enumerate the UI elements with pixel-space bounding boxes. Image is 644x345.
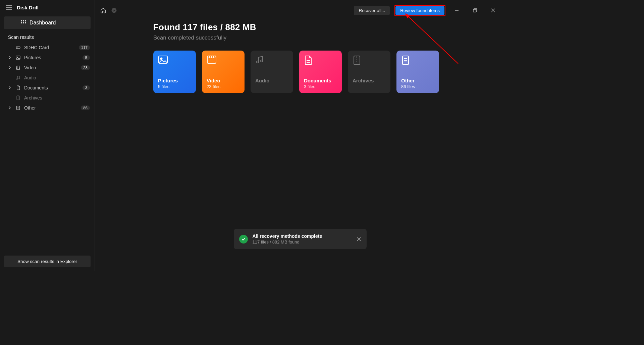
card-subtitle: 23 files — [207, 84, 240, 89]
sidebar-section-label: Scan results — [0, 32, 95, 43]
toast-subtitle: 117 files / 882 MB found — [253, 239, 322, 245]
svg-rect-16 — [473, 9, 476, 12]
film-icon — [15, 65, 21, 70]
chevron-right-icon — [7, 56, 12, 59]
svg-point-12 — [19, 78, 20, 79]
sidebar-item-label: Other — [24, 105, 77, 111]
category-card-pictures[interactable]: Pictures5 files — [153, 51, 196, 93]
main-pane: Recover all... Review found items Found … — [95, 0, 505, 271]
category-card-archives[interactable]: Archives— — [348, 51, 390, 93]
sidebar-item-sdhc-card[interactable]: SDHC Card117 — [0, 43, 95, 53]
card-title: Archives — [353, 78, 386, 83]
chevron-right-icon — [7, 66, 12, 69]
sidebar: Disk Drill Dashboard Scan results SDHC C… — [0, 0, 95, 271]
doc-icon — [15, 85, 21, 90]
count-badge: 117 — [79, 45, 90, 50]
sidebar-item-label: Pictures — [24, 55, 79, 60]
svg-rect-17 — [159, 56, 167, 63]
sidebar-item-label: SDHC Card — [24, 45, 75, 50]
count-badge: 86 — [81, 106, 90, 110]
card-subtitle: 86 files — [401, 84, 434, 89]
svg-rect-0 — [21, 20, 22, 21]
close-button[interactable] — [486, 5, 500, 15]
svg-point-15 — [112, 8, 117, 13]
svg-point-9 — [17, 57, 18, 58]
card-title: Documents — [304, 78, 337, 83]
svg-rect-8 — [16, 56, 20, 60]
svg-point-18 — [161, 58, 162, 60]
zip-icon — [15, 95, 21, 100]
svg-rect-3 — [21, 22, 22, 23]
sidebar-item-label: Archives — [24, 95, 90, 100]
card-title: Audio — [255, 78, 288, 83]
topbar: Recover all... Review found items — [95, 0, 505, 17]
grid-icon — [21, 20, 26, 25]
app-title: Disk Drill — [17, 5, 39, 10]
card-subtitle: — — [353, 84, 386, 89]
sidebar-item-audio[interactable]: Audio — [0, 73, 95, 83]
archives-icon — [353, 55, 386, 65]
card-title: Other — [401, 78, 434, 83]
count-badge: 23 — [81, 65, 90, 70]
recover-all-button[interactable]: Recover all... — [354, 6, 390, 15]
svg-rect-4 — [23, 22, 24, 23]
audio-icon — [255, 55, 288, 65]
documents-icon — [304, 55, 337, 65]
category-card-documents[interactable]: Documents3 files — [299, 51, 342, 93]
category-card-other[interactable]: Other86 files — [396, 51, 439, 93]
review-found-items-button[interactable]: Review found items — [395, 6, 444, 15]
sidebar-dashboard[interactable]: Dashboard — [4, 16, 91, 29]
results-headline: Found 117 files / 882 MB — [153, 22, 505, 32]
pictures-icon — [158, 55, 191, 65]
toast-title: All recovery methods complete — [253, 233, 322, 239]
svg-rect-5 — [25, 22, 26, 23]
card-title: Pictures — [158, 78, 191, 83]
results-subhead: Scan completed successfully — [153, 34, 505, 41]
sidebar-item-label: Documents — [24, 85, 79, 90]
chevron-right-icon — [7, 106, 12, 110]
sidebar-item-video[interactable]: Video23 — [0, 63, 95, 73]
show-in-explorer-button[interactable]: Show scan results in Explorer — [4, 256, 91, 267]
svg-rect-14 — [16, 106, 19, 110]
category-card-video[interactable]: Video23 files — [202, 51, 245, 93]
minimize-button[interactable] — [450, 5, 464, 15]
svg-rect-2 — [25, 20, 26, 21]
check-circle-icon[interactable] — [111, 7, 117, 13]
card-subtitle: 5 files — [158, 84, 191, 89]
toast-notification: All recovery methods complete 117 files … — [234, 229, 367, 249]
svg-point-21 — [261, 60, 263, 62]
card-subtitle: 3 files — [304, 84, 337, 89]
sidebar-item-label: Video — [24, 65, 77, 70]
note-icon — [15, 75, 21, 80]
category-card-audio[interactable]: Audio— — [251, 51, 293, 93]
toast-close-button[interactable] — [357, 237, 361, 242]
image-icon — [15, 55, 21, 60]
annotation-highlight: Review found items — [394, 5, 445, 16]
svg-rect-1 — [23, 20, 24, 21]
home-icon[interactable] — [100, 7, 106, 13]
drive-icon — [15, 45, 21, 50]
count-badge: 5 — [83, 55, 90, 60]
card-title: Video — [207, 78, 240, 83]
sidebar-item-pictures[interactable]: Pictures5 — [0, 53, 95, 63]
svg-point-7 — [17, 47, 17, 48]
svg-point-11 — [16, 79, 17, 80]
video-icon — [207, 55, 240, 65]
sidebar-item-other[interactable]: Other86 — [0, 103, 95, 113]
dashboard-label: Dashboard — [30, 20, 56, 26]
other-icon — [15, 105, 21, 111]
check-icon — [239, 235, 248, 244]
count-badge: 3 — [83, 85, 90, 90]
chevron-right-icon — [7, 86, 12, 89]
card-subtitle: — — [255, 84, 288, 89]
hamburger-icon[interactable] — [6, 5, 12, 10]
svg-point-20 — [257, 61, 259, 63]
sidebar-item-label: Audio — [24, 75, 90, 80]
other-icon — [401, 55, 434, 65]
sidebar-item-documents[interactable]: Documents3 — [0, 83, 95, 93]
sidebar-item-archives[interactable]: Archives — [0, 93, 95, 103]
maximize-button[interactable] — [468, 5, 482, 15]
